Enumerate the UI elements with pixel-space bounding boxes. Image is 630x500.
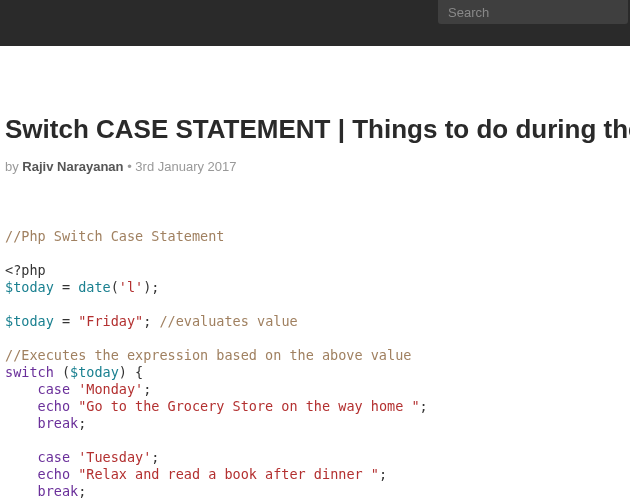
search-box: All xyxy=(438,0,628,24)
code-keyword: break xyxy=(38,415,79,431)
code-string: "Relax and read a book after dinner " xyxy=(78,466,379,482)
search-input[interactable] xyxy=(438,0,626,24)
code-php-open: <?php xyxy=(5,262,46,278)
post-title: Switch CASE STATEMENT | Things to do dur… xyxy=(5,114,625,145)
search-scope-dropdown[interactable]: All xyxy=(626,5,630,19)
code-var: $today xyxy=(70,364,119,380)
code-string: "Friday" xyxy=(78,313,143,329)
site-header: All xyxy=(0,0,630,46)
code-comment: //Php Switch Case Statement xyxy=(5,228,224,244)
post-content: Switch CASE STATEMENT | Things to do dur… xyxy=(0,114,630,500)
code-comment: //evaluates value xyxy=(159,313,297,329)
code-keyword: case xyxy=(38,381,71,397)
code-keyword: echo xyxy=(38,398,71,414)
code-string: 'l' xyxy=(119,279,143,295)
code-string: "Go to the Grocery Store on the way home… xyxy=(78,398,419,414)
code-string: 'Tuesday' xyxy=(78,449,151,465)
code-keyword: break xyxy=(38,483,79,499)
code-string: 'Monday' xyxy=(78,381,143,397)
post-meta: by Rajiv Narayanan • 3rd January 2017 xyxy=(5,159,625,174)
code-keyword: switch xyxy=(5,364,54,380)
code-comment: //Executes the expression based on the a… xyxy=(5,347,411,363)
code-var: $today xyxy=(5,279,54,295)
code-var: $today xyxy=(5,313,54,329)
post-author[interactable]: Rajiv Narayanan xyxy=(22,159,123,174)
code-keyword: echo xyxy=(38,466,71,482)
post-date: 3rd January 2017 xyxy=(135,159,236,174)
by-label: by xyxy=(5,159,19,174)
code-keyword: case xyxy=(38,449,71,465)
code-block: //Php Switch Case Statement <?php $today… xyxy=(5,228,625,500)
code-func: date xyxy=(78,279,111,295)
